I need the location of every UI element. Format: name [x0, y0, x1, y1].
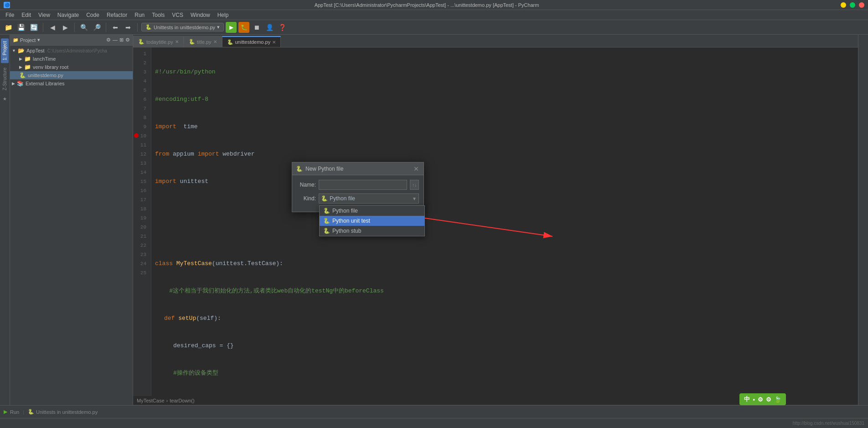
tab-unittestdemo[interactable]: 🐍 unittestdemo.py ✕	[222, 36, 281, 47]
tab-label-unittestdemo: unittestdemo.py	[235, 39, 271, 45]
line-num-14: 14	[133, 168, 149, 177]
minimize-button[interactable]	[841, 2, 846, 8]
dialog-close-button[interactable]: ✕	[413, 165, 420, 172]
menu-code[interactable]: Code	[83, 11, 103, 19]
menu-help[interactable]: Help	[214, 11, 232, 19]
breadcrumb-sep1: ›	[166, 398, 168, 403]
code-editor[interactable]: 1 2 3 4 5 6 7 8 9 10 11 12 13 14 15 16 1…	[133, 47, 858, 396]
project-header-actions: ⚙ — ⊞ ⚙	[106, 37, 130, 43]
run-button[interactable]: ▶	[226, 22, 237, 33]
line-num-13: 13	[133, 159, 149, 168]
dropdown-icon-python-stub: 🐍	[323, 228, 330, 234]
close-button[interactable]	[859, 2, 864, 8]
run-config-selector[interactable]: 🐍 Unittests in unittestdemo.py ▾	[141, 23, 224, 31]
code-content[interactable]: #!/usr/bin/python #encoding:utf-8 import…	[151, 47, 858, 396]
dialog-name-row: Name: ↑↓	[297, 180, 419, 190]
tab-close-todaytitle[interactable]: ✕	[175, 39, 179, 44]
line-num-12: 12	[133, 150, 149, 159]
line-num-4: 4	[133, 77, 149, 86]
dropdown-item-python-stub[interactable]: 🐍 Python stub	[320, 226, 424, 236]
tree-item-venv[interactable]: ▶ 📁 venv library root	[10, 63, 133, 71]
toolbar-save-btn[interactable]: 💾	[16, 22, 26, 33]
tree-arrow-external: ▶	[12, 81, 15, 86]
toolbar-sync-btn[interactable]: 🔄	[28, 22, 39, 33]
tree-item-lanchtime[interactable]: ▶ 📁 lanchTime	[10, 55, 133, 63]
tab-icon-title: 🐍	[189, 39, 195, 45]
menu-view[interactable]: View	[35, 11, 54, 19]
menu-window[interactable]: Window	[187, 11, 214, 19]
ime-settings-icon[interactable]: ⚙	[758, 396, 763, 403]
tree-label-apptest: AppTest	[26, 48, 45, 53]
folder-icon-lanchtime: 📁	[24, 56, 31, 62]
project-tree: ▼ 📂 AppTest C:\Users\Administrator\Pycha…	[10, 46, 133, 405]
tab-close-unittestdemo[interactable]: ✕	[272, 40, 276, 45]
breakpoint-indicator	[134, 133, 139, 138]
menu-navigate[interactable]: Navigate	[54, 11, 83, 19]
sidebar-tab-project[interactable]: 1: Project	[1, 38, 9, 63]
sidebar-tab-structure[interactable]: Z-Structure	[1, 65, 9, 93]
ime-mode-icon[interactable]: ⚙	[766, 396, 771, 403]
tab-close-title[interactable]: ✕	[213, 39, 217, 44]
toolbar-sep4	[137, 23, 138, 32]
menu-vcs[interactable]: VCS	[168, 11, 187, 19]
menu-refactor[interactable]: Refactor	[103, 11, 131, 19]
code-line-2: #encoding:utf-8	[155, 95, 854, 104]
toolbar-nav-fwd-btn[interactable]: ➡	[123, 22, 134, 33]
dialog-name-input[interactable]	[319, 180, 407, 190]
dialog-kind-select[interactable]: 🐍 Python file ▼	[319, 193, 419, 204]
toolbar-project-btn[interactable]: 📁	[3, 22, 14, 33]
project-collapse-btn[interactable]: —	[113, 37, 118, 43]
line-num-8: 8	[133, 113, 149, 122]
menu-file[interactable]: File	[2, 11, 18, 19]
debug-button[interactable]: 🐛	[238, 22, 249, 33]
tree-item-external[interactable]: ▶ 📚 External Libraries	[10, 79, 133, 88]
tab-todaytitle[interactable]: 🐍 todaytitle.py ✕	[133, 36, 184, 47]
kind-select-icon: 🐍	[321, 195, 328, 202]
dialog-kind-wrapper: 🐍 Python file ▼	[319, 193, 419, 204]
toolbar-search-btn[interactable]: 🔍	[78, 22, 89, 33]
profile-button[interactable]: 👤	[264, 22, 275, 33]
dialog-kind-label: Kind:	[297, 195, 316, 202]
bottom-panel: ▶ Run | 🐍 Unittests in unittestdemo.py	[0, 405, 868, 418]
project-gear-btn[interactable]: ⚙	[125, 37, 130, 43]
dropdown-item-python-file[interactable]: 🐍 Python file	[320, 206, 424, 216]
breadcrumb-method: tearDown()	[170, 398, 194, 403]
menu-tools[interactable]: Tools	[148, 11, 168, 19]
toolbar-forward-btn[interactable]: ▶	[60, 22, 71, 33]
toolbar-search2-btn[interactable]: 🔎	[91, 22, 102, 33]
toolbar-nav-back-btn[interactable]: ⬅	[110, 22, 121, 33]
bottom-test-label: Unittests in unittestdemo.py	[36, 409, 98, 415]
menu-run[interactable]: Run	[131, 11, 148, 19]
project-expand-btn[interactable]: ⊞	[119, 37, 124, 43]
line-num-19: 19	[133, 214, 149, 223]
dropdown-label-python-file: Python file	[332, 208, 358, 214]
main-layout: 1: Project Z-Structure ★ 📁 Project ▾ ⚙ —…	[0, 35, 868, 405]
stop-button[interactable]: ⏹	[251, 22, 262, 33]
toolbar: 📁 💾 🔄 ◀ ▶ 🔍 🔎 ⬅ ➡ 🐍 Unittests in unittes…	[0, 20, 868, 35]
ime-indicator[interactable]: 中 • ⚙ ⚙ 🍃	[739, 393, 786, 405]
ime-label: 中	[744, 395, 750, 403]
help-icon-btn[interactable]: ❓	[277, 22, 288, 33]
window-controls[interactable]	[841, 2, 864, 8]
dialog-sort-button[interactable]: ↑↓	[410, 180, 419, 190]
tree-arrow-apptest: ▼	[12, 48, 16, 53]
code-line-4: from appium import webdriver	[155, 150, 854, 159]
toolbar-back-btn[interactable]: ◀	[47, 22, 58, 33]
project-dropdown-icon[interactable]: ▾	[37, 37, 40, 43]
menu-edit[interactable]: Edit	[18, 11, 35, 19]
sidebar-tab-favorites[interactable]: ★	[1, 95, 8, 103]
window-title: AppTest [C:\Users\Administrator\PycharmP…	[13, 2, 841, 8]
bottom-test-icon: 🐍	[28, 409, 34, 415]
tree-item-unittestdemo[interactable]: 🐍 unittestdemo.py	[10, 71, 133, 79]
maximize-button[interactable]	[850, 2, 855, 8]
tree-item-apptest[interactable]: ▼ 📂 AppTest C:\Users\Administrator\Pycha	[10, 47, 133, 55]
dropdown-icon-python-unit-test: 🐍	[323, 218, 330, 224]
tab-title[interactable]: 🐍 title.py ✕	[184, 36, 222, 47]
kind-dropdown-list: 🐍 Python file 🐍 Python unit test 🐍 Pytho…	[319, 205, 425, 236]
project-settings-btn[interactable]: ⚙	[106, 37, 111, 43]
dialog-name-label: Name:	[297, 182, 316, 188]
dropdown-item-python-unit-test[interactable]: 🐍 Python unit test	[320, 216, 424, 226]
editor-area: 🐍 todaytitle.py ✕ 🐍 title.py ✕ 🐍 unittes…	[133, 35, 858, 405]
line-num-16: 16	[133, 186, 149, 195]
tree-label-venv: venv library root	[33, 64, 68, 70]
